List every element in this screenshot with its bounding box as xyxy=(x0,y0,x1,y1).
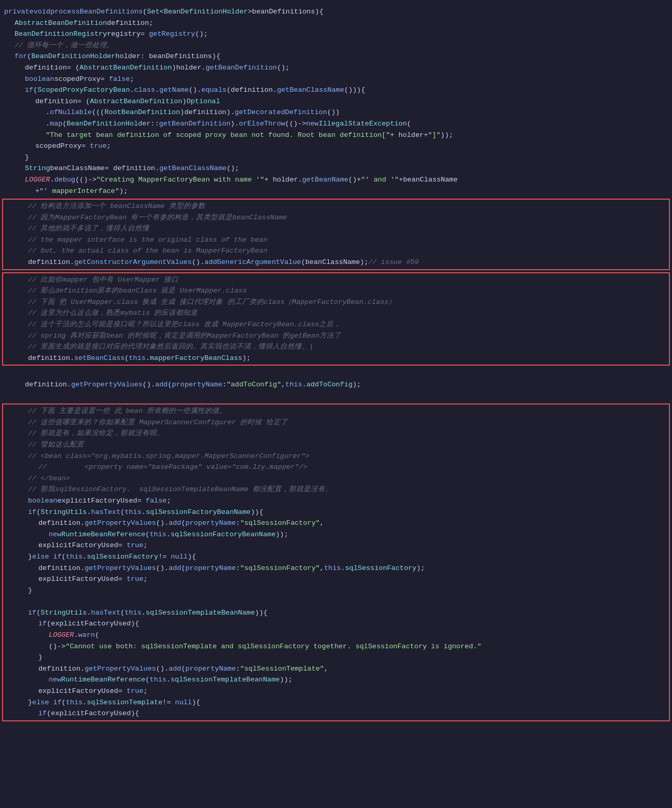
code-line: boolean scopedProxy = false; xyxy=(0,74,672,85)
code-line: for (BeanDefinitionHolder holder : beanD… xyxy=(0,51,672,62)
code-line: // 这里为什么这么做，熟悉mybatis 的应该都知道 xyxy=(3,308,669,319)
code-line: // <property name="basePackage" value="c… xyxy=(3,462,669,473)
code-line: LOGGER.debug(() -> "Creating MapperFacto… xyxy=(0,174,672,186)
code-line: explicitFactoryUsed = true; xyxy=(3,574,669,585)
code-line: // spring 再对应获取bean 的时候呢，肯定是调用的MapperFac… xyxy=(3,330,669,342)
code-line: private void processBeanDefinitions(Set<… xyxy=(0,6,672,18)
code-line: // 那么definition原本的beanClass 就是 UserMappe… xyxy=(3,285,669,297)
code-line xyxy=(0,391,672,402)
code-line: new RuntimeBeanReference(this.sqlSession… xyxy=(3,674,669,686)
code-line: new RuntimeBeanReference(this.sqlSession… xyxy=(3,529,669,540)
code-line: // 这些值哪里来的？你如果配置 MapperScannerConfigurer… xyxy=(3,417,669,428)
code-line: "The target bean definition of scoped pr… xyxy=(0,130,672,141)
code-line xyxy=(0,368,672,379)
code-line: // 里面生成的就是接口对应的代理对象然后返回的。其实我也说不清，懂得人自然懂。… xyxy=(3,341,669,353)
code-line xyxy=(3,596,669,607)
code-line: } xyxy=(0,152,672,163)
code-line: } else if (this.sqlSessionFactory != nul… xyxy=(3,551,669,563)
code-line: definition = (AbstractBeanDefinition) ho… xyxy=(0,62,672,74)
code-line: String beanClassName = definition.getBea… xyxy=(0,163,672,174)
code-line: explicitFactoryUsed = true; xyxy=(3,686,669,697)
code-line: if (explicitFactoryUsed) { xyxy=(3,708,669,719)
code-line: // 因为MapperFactoryBean 有一个有参的构造，其类型就是bea… xyxy=(3,212,669,224)
code-line: .map(BeanDefinitionHolder::getBeanDefini… xyxy=(0,118,672,130)
code-line: } else if (this.sqlSessionTemplate != nu… xyxy=(3,697,669,708)
highlighted-block-1: // 给构造方法添加一个 beanClassName 类型的参数 // 因为Ma… xyxy=(2,199,670,270)
code-line: LOGGER.warn( xyxy=(3,630,669,641)
code-line: // 那我sqlSessionFactory. sqlSessionTempla… xyxy=(3,484,669,495)
highlighted-block-3: // 下面 主要是设置一些 此 bean 所依赖的一些属性的值。 // 这些值哪… xyxy=(2,403,670,721)
code-line: if (StringUtils.hasText(this.sqlSessionF… xyxy=(3,507,669,518)
code-line: definition.setBeanClass(this.mapperFacto… xyxy=(3,353,669,364)
code-container: private void processBeanDefinitions(Set<… xyxy=(0,4,672,726)
code-line: definition.getPropertyValues().add( prop… xyxy=(3,663,669,675)
code-line: // 这个干活的怎么可能是接口呢？所以这里把class 改成 MapperFac… xyxy=(3,319,669,330)
code-line: .ofNullable(((RootBeanDefinition) defini… xyxy=(0,107,672,118)
code-line: BeanDefinitionRegistry registry = getReg… xyxy=(0,29,672,40)
code-line: } xyxy=(3,585,669,596)
code-line: // 循环每一个，做一些处理。 xyxy=(0,40,672,51)
code-line: if (explicitFactoryUsed) { xyxy=(3,618,669,630)
code-line: // but, the actual class of the bean is … xyxy=(3,245,669,257)
code-line: } xyxy=(3,652,669,663)
code-line: if (StringUtils.hasText(this.sqlSessionT… xyxy=(3,607,669,619)
code-line: scopedProxy = true; xyxy=(0,141,672,152)
code-line: AbstractBeanDefinition definition; xyxy=(0,18,672,29)
code-line: // 比如你mapper 包中有 UserMapper 接口 xyxy=(3,274,669,286)
code-line: // the mapper interface is the original … xyxy=(3,234,669,246)
code-line: definition = (AbstractBeanDefinition) Op… xyxy=(0,96,672,107)
code-line: boolean explicitFactoryUsed = false; xyxy=(3,495,669,507)
code-line: + "' mapperInterface"); xyxy=(0,186,672,197)
code-line: () -> "Cannot use both: sqlSessionTempla… xyxy=(3,641,669,652)
code-line: // 譬如这么配置 xyxy=(3,439,669,451)
code-line: if (ScopedProxyFactoryBean.class.getName… xyxy=(0,85,672,96)
code-line: definition.getPropertyValues().add( prop… xyxy=(3,518,669,529)
code-line: // 其他的就不多说了，懂得人自然懂 xyxy=(3,223,669,234)
code-line: definition.getPropertyValues().add( prop… xyxy=(0,379,672,391)
code-line: explicitFactoryUsed = true; xyxy=(3,540,669,551)
code-line: // 那就是有，如果没给定，那就没有呗。 xyxy=(3,428,669,439)
code-line: // <bean class="org.mybatis.spring.mappe… xyxy=(3,451,669,462)
code-line: // 下面 主要是设置一些 此 bean 所依赖的一些属性的值。 xyxy=(3,406,669,417)
code-line: definition.getPropertyValues().add( prop… xyxy=(3,563,669,574)
code-line: // 下面 把 UserMapper.class 换成 生成 接口代理对象 的工… xyxy=(3,297,669,308)
code-line: definition.getConstructorArgumentValues(… xyxy=(3,257,669,268)
code-line: // 给构造方法添加一个 beanClassName 类型的参数 xyxy=(3,201,669,212)
code-line: // </bean> xyxy=(3,473,669,484)
highlighted-block-2: // 比如你mapper 包中有 UserMapper 接口 // 那么defi… xyxy=(2,272,670,366)
